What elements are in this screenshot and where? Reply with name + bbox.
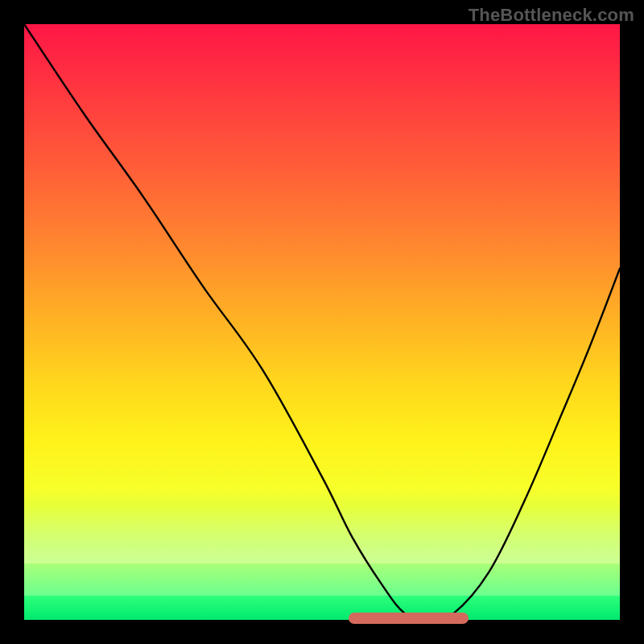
optimal-range-marker [349, 613, 469, 624]
plot-area [24, 24, 620, 620]
watermark-text: TheBottleneck.com [469, 5, 634, 26]
chart-frame: TheBottleneck.com [0, 0, 644, 644]
bottleneck-curve [24, 24, 620, 620]
